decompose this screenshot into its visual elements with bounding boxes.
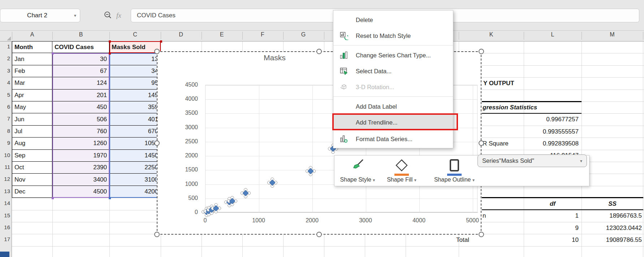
menu-item-add-trendline[interactable]: Add Trendline... (333, 114, 453, 130)
table-cell[interactable]: 13 (109, 53, 161, 65)
table-cell[interactable]: 506 (52, 113, 109, 125)
row-header-1[interactable]: 1 (0, 43, 10, 49)
table-cell[interactable]: 4500 (52, 186, 109, 198)
series-selector-value: Series"Masks Sold" (482, 157, 580, 164)
table-cell[interactable]: Month (12, 41, 52, 53)
chart-resize-handle[interactable] (316, 232, 322, 237)
table-cell[interactable]: 3400 (52, 174, 109, 186)
row-header-3[interactable]: 3 (0, 67, 10, 74)
table-cell[interactable]: 3100 (109, 174, 161, 186)
column-header-B[interactable]: B (70, 31, 92, 38)
row-header-8[interactable]: 8 (0, 128, 10, 134)
column-header-A[interactable]: A (21, 31, 43, 38)
table-cell[interactable]: Sep (12, 150, 52, 162)
chart-resize-handle[interactable] (316, 49, 322, 54)
row-header-2[interactable]: 2 (0, 55, 10, 61)
row-header-5[interactable]: 5 (0, 92, 10, 98)
toolbar-button-shape-outline[interactable]: Shape Outline ▾ (425, 157, 483, 185)
column-header-C[interactable]: C (124, 31, 146, 38)
fx-icon[interactable]: fx (116, 12, 121, 19)
table-cell[interactable]: 1450 (109, 150, 161, 162)
column-header-L[interactable]: L (542, 31, 563, 38)
chart-resize-handle[interactable] (154, 49, 160, 54)
table-cell[interactable]: 201 (52, 90, 109, 101)
column-header-G[interactable]: G (293, 31, 314, 38)
chart-resize-handle[interactable] (154, 232, 160, 237)
table-cell[interactable]: 760 (52, 126, 109, 138)
table-cell[interactable]: Nov (12, 174, 52, 186)
anova-ss-value: 123023.0442 (584, 224, 642, 232)
toolbar-button-shape-style[interactable]: Shape Style ▾ (334, 157, 381, 185)
formula-tools: fx (103, 10, 121, 21)
column-header-divider (643, 32, 643, 40)
table-cell[interactable]: 401 (109, 113, 161, 125)
column-header-D[interactable]: D (170, 31, 192, 38)
swatch-bar (394, 174, 409, 176)
table-cell[interactable]: Masks Sold (109, 41, 161, 53)
table-cell[interactable]: 670 (109, 126, 161, 138)
column-header-M[interactable]: M (601, 31, 623, 38)
table-cell[interactable]: 1050 (109, 138, 161, 149)
toolbar-button-shape-fill[interactable]: Shape Fill ▾ (379, 157, 425, 185)
menu-item-delete[interactable]: Delete (333, 12, 453, 28)
table-cell[interactable]: 34 (109, 65, 161, 77)
table-cell[interactable]: Jul (12, 126, 52, 138)
table-cell[interactable]: COVID Cases (52, 41, 109, 53)
row-header-9[interactable]: 9 (0, 140, 10, 146)
table-cell[interactable]: 1970 (52, 150, 109, 162)
table-cell[interactable]: Jan (12, 53, 52, 65)
table-cell[interactable]: 145 (109, 90, 161, 101)
series-selector-dropdown[interactable]: Series"Masks Sold" ▾ (477, 154, 587, 167)
table-cell[interactable]: Aug (12, 138, 52, 149)
menu-separator (333, 96, 453, 97)
table-cell[interactable]: Oct (12, 162, 52, 174)
chart-resize-handle[interactable] (479, 140, 484, 146)
menu-item-add-data-label[interactable]: Add Data Label (333, 99, 453, 114)
row-header-15[interactable]: 15 (0, 212, 10, 218)
table-cell[interactable]: Feb (12, 65, 52, 77)
reset-chart-icon (339, 31, 349, 40)
select-all-corner[interactable] (7, 36, 11, 40)
table-cell[interactable]: Apr (12, 90, 52, 101)
row-header-7[interactable]: 7 (0, 116, 10, 122)
chart-resize-handle[interactable] (479, 232, 484, 237)
stat-row-label: R Square (483, 140, 509, 148)
row-header-13[interactable]: 13 (0, 188, 10, 194)
column-header-K[interactable]: K (480, 31, 502, 38)
row-header-16[interactable]: 16 (0, 224, 10, 230)
table-cell[interactable]: Mar (12, 77, 52, 89)
magnifier-icon[interactable] (103, 11, 113, 20)
column-header-E[interactable]: E (211, 31, 233, 38)
row-header-12[interactable]: 12 (0, 176, 10, 182)
gridline (524, 41, 524, 257)
table-cell[interactable]: 4200 (109, 186, 161, 198)
row-header-11[interactable]: 11 (0, 164, 10, 170)
row-header-4[interactable]: 4 (0, 79, 10, 86)
menu-item-reset-to-match-style[interactable]: Reset to Match Style (333, 28, 453, 44)
table-cell[interactable]: 2390 (52, 162, 109, 174)
table-cell[interactable]: 124 (52, 77, 109, 89)
row-header-14[interactable]: 14 (0, 200, 10, 206)
column-header-F[interactable]: F (252, 31, 273, 38)
chart-resize-handle[interactable] (479, 49, 484, 54)
name-box[interactable]: Chart 2 ▾ (0, 9, 80, 22)
chart-resize-handle[interactable] (154, 140, 160, 146)
row-header-6[interactable]: 6 (0, 104, 10, 110)
menu-item-change-series-chart-type[interactable]: Change Series Chart Type... (333, 47, 453, 63)
table-cell[interactable]: 67 (52, 65, 109, 77)
table-cell[interactable]: 95 (109, 77, 161, 89)
table-cell[interactable]: 1260 (52, 138, 109, 149)
anova-ss-value: 19089786.55 (584, 236, 642, 244)
table-cell[interactable]: May (12, 101, 52, 113)
row-header-10[interactable]: 10 (0, 152, 10, 158)
menu-item-format-data-series[interactable]: Format Data Series... (333, 131, 453, 147)
table-cell[interactable]: Dec (12, 186, 52, 198)
row-header-17[interactable]: 17 (0, 236, 10, 242)
table-cell[interactable]: Jun (12, 113, 52, 125)
chevron-down-icon[interactable]: ▾ (74, 13, 76, 18)
table-cell[interactable]: 30 (52, 53, 109, 65)
table-cell[interactable]: 450 (52, 101, 109, 113)
table-cell[interactable]: 359 (109, 101, 161, 113)
menu-item-select-data[interactable]: Select Data... (333, 63, 453, 79)
table-cell[interactable]: 2250 (109, 162, 161, 174)
